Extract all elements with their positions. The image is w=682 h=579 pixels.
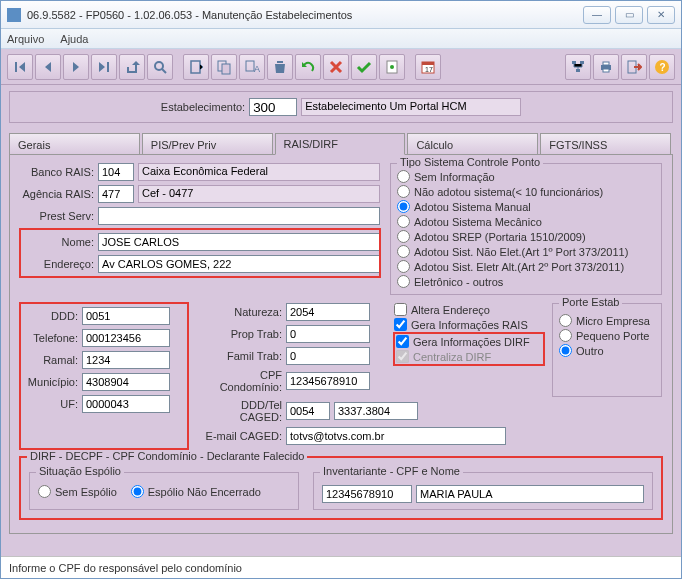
banco-nome: Caixa Econômica Federal: [138, 163, 380, 181]
ponto-o1[interactable]: [397, 170, 410, 183]
minimize-button[interactable]: —: [583, 6, 611, 24]
email-input[interactable]: [286, 427, 506, 445]
nome-label: Nome:: [20, 236, 98, 248]
copy-button[interactable]: [211, 54, 237, 80]
close-button[interactable]: ✕: [647, 6, 675, 24]
tabs: Gerais PIS/Prev Priv RAIS/DIRF Cálculo F…: [9, 133, 673, 155]
prop-input[interactable]: [286, 325, 370, 343]
mun-input[interactable]: [82, 373, 170, 391]
porte-outro[interactable]: [559, 344, 572, 357]
exit-button[interactable]: [621, 54, 647, 80]
svg-point-7: [390, 65, 394, 69]
svg-rect-1: [191, 61, 200, 73]
tab-fgts[interactable]: FGTS/INSS: [540, 133, 671, 155]
toolbar: A 17 ?: [1, 49, 681, 85]
porte-pequeno[interactable]: [559, 329, 572, 342]
new-button[interactable]: [183, 54, 209, 80]
undo-button[interactable]: [295, 54, 321, 80]
ponto-o7[interactable]: [397, 260, 410, 273]
nat-input[interactable]: [286, 303, 370, 321]
help-button[interactable]: ?: [649, 54, 675, 80]
prest-input[interactable]: [98, 207, 380, 225]
sem-espolio[interactable]: [38, 485, 51, 498]
menu-ajuda[interactable]: Ajuda: [60, 33, 88, 45]
search-button[interactable]: [147, 54, 173, 80]
print-button[interactable]: [593, 54, 619, 80]
dddtel-ddd-input[interactable]: [286, 402, 330, 420]
doc-button[interactable]: [379, 54, 405, 80]
porte-micro[interactable]: [559, 314, 572, 327]
invent-cpf-input[interactable]: [322, 485, 412, 503]
nav-next-button[interactable]: [63, 54, 89, 80]
uf-input[interactable]: [82, 395, 170, 413]
cpfcond-input[interactable]: [286, 372, 370, 390]
invent-legend: Inventariante - CPF e Nome: [320, 465, 463, 477]
ponto-o2[interactable]: [397, 185, 410, 198]
ramal-input[interactable]: [82, 351, 170, 369]
nav-last-button[interactable]: [91, 54, 117, 80]
altera-chk[interactable]: [394, 303, 407, 316]
tab-body: Banco RAIS: Caixa Econômica Federal Agên…: [9, 154, 673, 534]
cancel-button[interactable]: [323, 54, 349, 80]
invent-fieldset: Inventariante - CPF e Nome: [313, 472, 653, 510]
estab-code-input[interactable]: [249, 98, 297, 116]
svg-rect-3: [222, 64, 230, 74]
nao-encerrado[interactable]: [131, 485, 144, 498]
tel-label: Telefone:: [22, 332, 82, 344]
goto-button[interactable]: [119, 54, 145, 80]
nat-label: Natureza:: [196, 306, 286, 318]
tab-calculo[interactable]: Cálculo: [407, 133, 538, 155]
tree-button[interactable]: [565, 54, 591, 80]
calendar-button[interactable]: 17: [415, 54, 441, 80]
estab-label: Estabelecimento:: [161, 101, 245, 113]
nav-prev-button[interactable]: [35, 54, 61, 80]
ddd-input[interactable]: [82, 307, 170, 325]
rename-button[interactable]: A: [239, 54, 265, 80]
tel-input[interactable]: [82, 329, 170, 347]
ramal-label: Ramal:: [22, 354, 82, 366]
tab-rais-dirf[interactable]: RAIS/DIRF: [275, 133, 406, 155]
content: Estabelecimento: Estabelecimento Um Port…: [1, 85, 681, 556]
ponto-o8[interactable]: [397, 275, 410, 288]
maximize-button[interactable]: ▭: [615, 6, 643, 24]
confirm-button[interactable]: [351, 54, 377, 80]
ponto-o5[interactable]: [397, 230, 410, 243]
dirf-legend: DIRF - DECPF - CPF Condomínio - Declaran…: [27, 450, 307, 462]
svg-rect-13: [576, 69, 580, 72]
situacao-fieldset: Situação Espólio Sem Espólio Espólio Não…: [29, 472, 299, 510]
svg-rect-16: [603, 69, 609, 72]
agencia-input[interactable]: [98, 185, 134, 203]
ddd-label: DDD:: [22, 310, 82, 322]
banco-input[interactable]: [98, 163, 134, 181]
ponto-o3[interactable]: [397, 200, 410, 213]
prop-label: Prop Trab:: [196, 328, 286, 340]
svg-text:17: 17: [425, 66, 433, 73]
end-label: Endereço:: [20, 258, 98, 270]
dirf-fieldset: DIRF - DECPF - CPF Condomínio - Declaran…: [20, 457, 662, 519]
ponto-legend: Tipo Sistema Controle Ponto: [397, 156, 543, 168]
famil-input[interactable]: [286, 347, 370, 365]
porte-legend: Porte Estab: [559, 296, 622, 308]
invent-nome-input[interactable]: [416, 485, 644, 503]
agencia-label: Agência RAIS:: [20, 188, 98, 200]
tab-gerais[interactable]: Gerais: [9, 133, 140, 155]
ponto-fieldset: Tipo Sistema Controle Ponto Sem Informaç…: [390, 163, 662, 295]
svg-rect-15: [603, 62, 609, 65]
ponto-o6[interactable]: [397, 245, 410, 258]
geradirf-chk[interactable]: [396, 335, 409, 348]
menu-arquivo[interactable]: Arquivo: [7, 33, 44, 45]
gerarais-chk[interactable]: [394, 318, 407, 331]
statusbar: Informe o CPF do responsável pelo condom…: [1, 556, 681, 578]
centraliza-chk[interactable]: [396, 350, 409, 363]
svg-text:?: ?: [660, 62, 666, 73]
end-input[interactable]: [98, 255, 380, 273]
tab-pis[interactable]: PIS/Prev Priv: [142, 133, 273, 155]
delete-button[interactable]: [267, 54, 293, 80]
dddtel-tel-input[interactable]: [334, 402, 418, 420]
situacao-legend: Situação Espólio: [36, 465, 124, 477]
svg-rect-11: [572, 61, 576, 64]
ponto-o4[interactable]: [397, 215, 410, 228]
prest-label: Prest Serv:: [20, 210, 98, 222]
nome-input[interactable]: [98, 233, 380, 251]
nav-first-button[interactable]: [7, 54, 33, 80]
